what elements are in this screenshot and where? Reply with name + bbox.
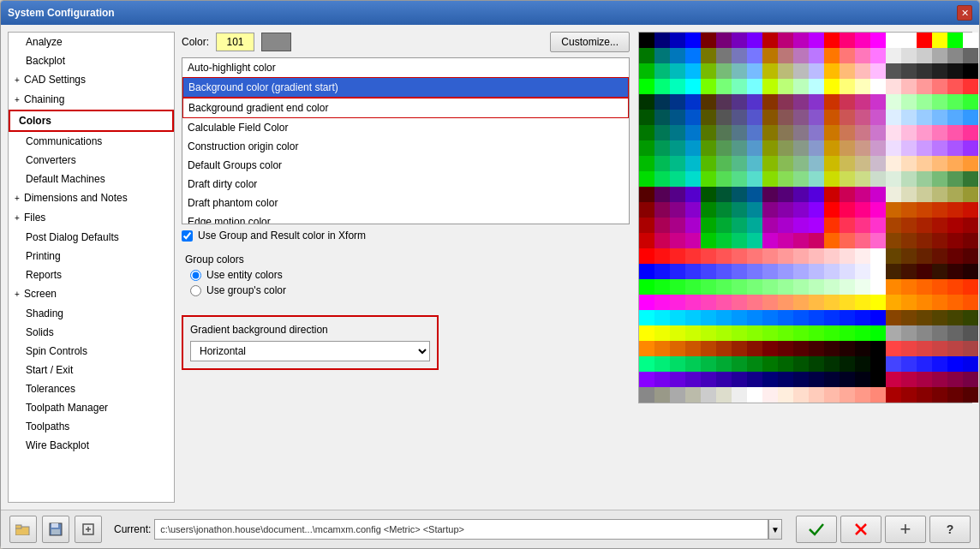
palette-cell[interactable] bbox=[886, 156, 901, 171]
palette-cell[interactable] bbox=[762, 94, 778, 110]
palette-cell[interactable] bbox=[778, 94, 793, 110]
palette-cell[interactable] bbox=[762, 48, 778, 63]
palette-cell[interactable] bbox=[855, 233, 870, 248]
palette-cell[interactable] bbox=[963, 372, 978, 387]
palette-cell[interactable] bbox=[716, 171, 732, 187]
palette-cell[interactable] bbox=[670, 356, 685, 372]
color-list-item-calc-field[interactable]: Calculable Field Color bbox=[182, 118, 629, 137]
palette-cell[interactable] bbox=[716, 33, 732, 48]
palette-cell[interactable] bbox=[809, 187, 824, 202]
palette-cell[interactable] bbox=[670, 233, 685, 248]
tree-item-solids[interactable]: Solids bbox=[9, 323, 174, 342]
palette-cell[interactable] bbox=[701, 187, 716, 202]
palette-cell[interactable] bbox=[886, 125, 901, 140]
palette-cell[interactable] bbox=[932, 264, 947, 279]
palette-cell[interactable] bbox=[917, 218, 932, 233]
palette-cell[interactable] bbox=[963, 79, 978, 94]
palette-cell[interactable] bbox=[840, 279, 855, 295]
palette-cell[interactable] bbox=[947, 279, 963, 295]
palette-cell[interactable] bbox=[670, 248, 685, 264]
palette-cell[interactable] bbox=[963, 218, 978, 233]
palette-cell[interactable] bbox=[917, 372, 932, 387]
use-entity-radio[interactable] bbox=[190, 270, 201, 281]
palette-cell[interactable] bbox=[762, 125, 778, 140]
palette-cell[interactable] bbox=[947, 33, 963, 48]
palette-cell[interactable] bbox=[870, 79, 886, 94]
palette-cell[interactable] bbox=[793, 156, 809, 171]
palette-cell[interactable] bbox=[947, 156, 963, 171]
palette-cell[interactable] bbox=[917, 125, 932, 140]
palette-cell[interactable] bbox=[670, 279, 685, 295]
palette-cell[interactable] bbox=[947, 125, 963, 140]
palette-cell[interactable] bbox=[793, 341, 809, 356]
palette-cell[interactable] bbox=[824, 140, 840, 156]
palette-cell[interactable] bbox=[932, 233, 947, 248]
palette-cell[interactable] bbox=[886, 279, 901, 295]
palette-cell[interactable] bbox=[932, 110, 947, 125]
palette-cell[interactable] bbox=[886, 218, 901, 233]
palette-cell[interactable] bbox=[639, 248, 654, 264]
palette-cell[interactable] bbox=[716, 79, 732, 94]
palette-cell[interactable] bbox=[855, 264, 870, 279]
palette-cell[interactable] bbox=[732, 79, 747, 94]
palette-cell[interactable] bbox=[732, 387, 747, 403]
palette-cell[interactable] bbox=[732, 356, 747, 372]
palette-cell[interactable] bbox=[670, 264, 685, 279]
palette-cell[interactable] bbox=[870, 125, 886, 140]
palette-cell[interactable] bbox=[778, 341, 793, 356]
palette-cell[interactable] bbox=[932, 48, 947, 63]
palette-cell[interactable] bbox=[824, 33, 840, 48]
palette-cell[interactable] bbox=[840, 63, 855, 79]
palette-cell[interactable] bbox=[870, 187, 886, 202]
palette-cell[interactable] bbox=[639, 341, 654, 356]
help-button[interactable]: ? bbox=[929, 516, 971, 543]
palette-cell[interactable] bbox=[685, 310, 701, 325]
palette-cell[interactable] bbox=[747, 295, 762, 310]
tree-item-post-dialog[interactable]: Post Dialog Defaults bbox=[9, 228, 174, 247]
palette-cell[interactable] bbox=[778, 202, 793, 218]
palette-cell[interactable] bbox=[747, 387, 762, 403]
tree-item-shading[interactable]: Shading bbox=[9, 304, 174, 323]
palette-cell[interactable] bbox=[778, 63, 793, 79]
palette-cell[interactable] bbox=[901, 295, 917, 310]
palette-cell[interactable] bbox=[824, 171, 840, 187]
tree-item-screen[interactable]: +Screen bbox=[9, 284, 174, 304]
palette-cell[interactable] bbox=[654, 279, 670, 295]
palette-cell[interactable] bbox=[932, 202, 947, 218]
palette-cell[interactable] bbox=[963, 125, 978, 140]
palette-cell[interactable] bbox=[870, 248, 886, 264]
palette-cell[interactable] bbox=[716, 310, 732, 325]
palette-cell[interactable] bbox=[855, 156, 870, 171]
palette-cell[interactable] bbox=[932, 325, 947, 341]
palette-cell[interactable] bbox=[654, 356, 670, 372]
palette-cell[interactable] bbox=[901, 63, 917, 79]
palette-cell[interactable] bbox=[716, 218, 732, 233]
palette-cell[interactable] bbox=[855, 48, 870, 63]
palette-cell[interactable] bbox=[809, 295, 824, 310]
palette-cell[interactable] bbox=[901, 372, 917, 387]
palette-cell[interactable] bbox=[762, 356, 778, 372]
palette-cell[interactable] bbox=[886, 171, 901, 187]
palette-cell[interactable] bbox=[716, 202, 732, 218]
palette-cell[interactable] bbox=[809, 341, 824, 356]
palette-cell[interactable] bbox=[947, 264, 963, 279]
palette-cell[interactable] bbox=[732, 248, 747, 264]
palette-cell[interactable] bbox=[855, 295, 870, 310]
config-path-input[interactable] bbox=[154, 519, 768, 540]
palette-cell[interactable] bbox=[778, 125, 793, 140]
palette-cell[interactable] bbox=[732, 33, 747, 48]
palette-cell[interactable] bbox=[701, 295, 716, 310]
palette-cell[interactable] bbox=[747, 279, 762, 295]
palette-cell[interactable] bbox=[901, 279, 917, 295]
palette-cell[interactable] bbox=[732, 218, 747, 233]
palette-cell[interactable] bbox=[824, 63, 840, 79]
tree-item-spin[interactable]: Spin Controls bbox=[9, 342, 174, 361]
palette-cell[interactable] bbox=[654, 387, 670, 403]
palette-cell[interactable] bbox=[716, 356, 732, 372]
palette-cell[interactable] bbox=[917, 63, 932, 79]
palette-cell[interactable] bbox=[670, 94, 685, 110]
palette-cell[interactable] bbox=[762, 325, 778, 341]
palette-cell[interactable] bbox=[917, 310, 932, 325]
palette-cell[interactable] bbox=[654, 33, 670, 48]
palette-cell[interactable] bbox=[639, 140, 654, 156]
